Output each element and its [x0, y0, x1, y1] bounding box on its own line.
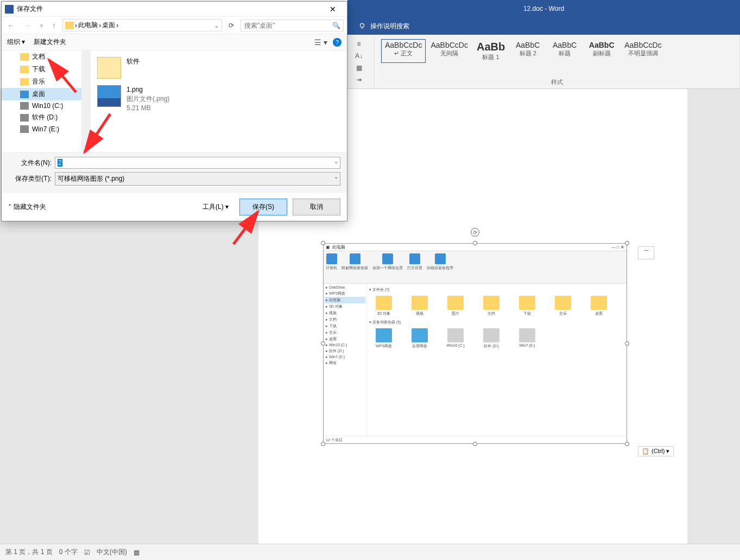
- resize-handle[interactable]: [321, 442, 325, 446]
- style-option[interactable]: AaBbCcDc↵ 正文: [381, 39, 426, 63]
- save-file-dialog: 保存文件 ✕ ← → ▾ ↑ › 此电脑 › 桌面 › ⌄ ⟳ 🔍 组织 ▾ 新…: [1, 1, 347, 221]
- recent-button[interactable]: ▾: [37, 20, 46, 31]
- folder-icon: [97, 57, 121, 79]
- word-title-text: 12.doc - Word: [523, 5, 564, 12]
- dialog-buttons: ˄隐藏文件夹 工具(L) ▾ 保存(S) 取消: [2, 193, 347, 221]
- breadcrumb-item[interactable]: 桌面: [102, 21, 115, 30]
- resize-handle[interactable]: [625, 341, 629, 346]
- emb-section-drives: ▾ 设备和驱动器 (5): [369, 320, 624, 325]
- filetype-select[interactable]: 可移植网络图形 (*.png): [55, 172, 340, 186]
- style-option[interactable]: AaBbC标题 2: [510, 39, 546, 63]
- dialog-fields: 文件名(N): 2 ⌄ 保存类型(T): 可移植网络图形 (*.png) ⌄: [2, 152, 347, 193]
- svg-point-0: [360, 23, 364, 27]
- tools-button[interactable]: 工具(L) ▾: [203, 202, 229, 212]
- folder-icon: [20, 78, 29, 86]
- tree-item[interactable]: 文档: [2, 50, 81, 63]
- organize-button[interactable]: 组织 ▾: [7, 37, 25, 47]
- border-icon[interactable]: ▦: [354, 63, 364, 73]
- indent-icon[interactable]: ⇥: [354, 75, 364, 85]
- resize-handle[interactable]: [321, 341, 325, 346]
- style-option[interactable]: AaBbCcDc不明显强调: [621, 39, 665, 63]
- ribbon-paragraph-group: ≡ A↓ ▦ ⇥ ⌐: [347, 35, 375, 88]
- save-button[interactable]: 保存(S): [239, 199, 287, 215]
- tree-item[interactable]: 桌面: [2, 88, 81, 100]
- back-button[interactable]: ←: [5, 20, 17, 31]
- style-option[interactable]: AaBbC标题: [547, 39, 583, 63]
- hide-folders-label: 隐藏文件夹: [14, 202, 46, 212]
- image-icon: [97, 85, 121, 107]
- macro-icon[interactable]: ▦: [134, 549, 140, 556]
- style-option[interactable]: AaBb标题 1: [473, 39, 509, 63]
- ctrl-label: (Ctrl) ▾: [652, 448, 670, 455]
- dialog-title-text: 保存文件: [17, 4, 43, 14]
- spellcheck-icon[interactable]: ☑: [84, 549, 90, 556]
- rotate-handle[interactable]: ⟳: [471, 228, 479, 237]
- filename-value: 2: [58, 159, 62, 167]
- chevron-up-icon: ˄: [8, 203, 11, 211]
- styles-gallery: AaBbCcDc↵ 正文AaBbCcDc无间隔AaBb标题 1AaBbC标题 2…: [375, 35, 740, 88]
- status-lang[interactable]: 中文(中国): [97, 548, 127, 557]
- file-list[interactable]: 软件1.png图片文件(.png)5.21 MB: [91, 50, 347, 152]
- status-page[interactable]: 第 1 页，共 1 页: [5, 548, 53, 557]
- dialog-toolbar: 组织 ▾ 新建文件夹 ☰ ▾ ?: [2, 34, 347, 50]
- style-option[interactable]: AaBbC副标题: [584, 39, 619, 63]
- folder-icon: [20, 66, 29, 73]
- word-tellme-bar[interactable]: 操作说明搜索: [347, 17, 740, 35]
- emb-section-folders: ▾ 文件夹 (7): [369, 287, 624, 292]
- forward-button[interactable]: →: [21, 20, 33, 31]
- lightbulb-icon: [358, 22, 366, 30]
- resize-handle[interactable]: [473, 241, 477, 245]
- inserted-image[interactable]: ⟳ ▣此电脑— □ ✕ 计算机映射网络驱动器添加一个网络位置打开设置卸载或更改程…: [323, 243, 627, 444]
- filetype-value: 可移植网络图形 (*.png): [58, 175, 124, 182]
- style-option[interactable]: AaBbCcDc无间隔: [427, 39, 471, 63]
- dialog-titlebar: 保存文件 ✕: [2, 2, 347, 17]
- breadcrumb-item[interactable]: 此电脑: [78, 21, 98, 30]
- up-button[interactable]: ↑: [50, 20, 58, 31]
- paste-options-button[interactable]: 📋 (Ctrl) ▾: [638, 446, 674, 456]
- styles-label: 样式: [379, 78, 735, 86]
- close-button[interactable]: ✕: [322, 5, 344, 14]
- refresh-button[interactable]: ⟳: [226, 21, 236, 30]
- file-item[interactable]: 软件: [95, 55, 343, 81]
- tree-item[interactable]: Win7 (E:): [2, 124, 81, 135]
- folder-icon: [20, 102, 29, 110]
- cancel-button[interactable]: 取消: [293, 199, 340, 215]
- tree-scrollbar[interactable]: [82, 50, 91, 152]
- folder-icon: [65, 22, 74, 29]
- resize-handle[interactable]: [321, 241, 325, 245]
- tree-item[interactable]: 软件 (D:): [2, 111, 81, 124]
- tree-item[interactable]: Win10 (C:): [2, 100, 81, 111]
- resize-handle[interactable]: [473, 442, 477, 446]
- word-ribbon: ≡ A↓ ▦ ⇥ ⌐ AaBbCcDc↵ 正文AaBbCcDc无间隔AaBb标题…: [347, 35, 740, 89]
- resize-handle[interactable]: [625, 241, 629, 245]
- tellme-label: 操作说明搜索: [370, 22, 409, 31]
- gray-panel: [1, 221, 256, 544]
- sort-icon[interactable]: A↓: [354, 51, 364, 61]
- search-input[interactable]: [241, 20, 344, 31]
- new-folder-button[interactable]: 新建文件夹: [34, 37, 66, 47]
- filetype-label: 保存类型(T):: [8, 174, 52, 183]
- emb-title-text: 此电脑: [332, 244, 345, 250]
- dialog-nav: ← → ▾ ↑ › 此电脑 › 桌面 › ⌄ ⟳ 🔍: [2, 17, 347, 34]
- filename-label: 文件名(N):: [8, 158, 52, 168]
- word-titlebar: 12.doc - Word: [347, 0, 740, 17]
- folder-icon: [20, 91, 29, 98]
- word-statusbar: 第 1 页，共 1 页 0 个字 ☑ 中文(中国) ▦: [0, 544, 740, 560]
- clipboard-icon: 📋: [642, 448, 649, 455]
- tree-item[interactable]: 下载: [2, 63, 81, 75]
- layout-options-button[interactable]: ⌒: [638, 246, 654, 259]
- app-icon: [5, 5, 14, 14]
- breadcrumb[interactable]: › 此电脑 › 桌面 › ⌄: [62, 19, 222, 31]
- status-words[interactable]: 0 个字: [59, 548, 78, 557]
- hide-folders-link[interactable]: ˄隐藏文件夹: [8, 202, 46, 212]
- view-button[interactable]: ☰ ▾: [314, 38, 327, 47]
- folder-icon: [20, 125, 29, 133]
- filename-input[interactable]: 2: [55, 157, 340, 169]
- file-item[interactable]: 1.png图片文件(.png)5.21 MB: [95, 83, 343, 114]
- tree-item[interactable]: 音乐: [2, 75, 81, 88]
- help-button[interactable]: ?: [333, 38, 341, 47]
- folder-tree[interactable]: 文档下载音乐桌面Win10 (C:)软件 (D:)Win7 (E:): [2, 50, 82, 152]
- align-icon[interactable]: ≡: [354, 39, 364, 49]
- resize-handle[interactable]: [625, 442, 629, 446]
- folder-icon: [20, 114, 29, 122]
